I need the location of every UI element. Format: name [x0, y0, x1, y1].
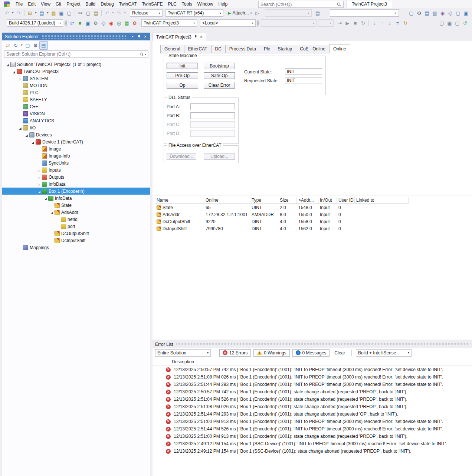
grid-column-header[interactable]: User ID: [337, 197, 355, 204]
bootstrap-button[interactable]: Bootstrap: [204, 63, 235, 69]
tc-window-icon[interactable]: ▣: [84, 19, 92, 27]
editor-tab[interactable]: Process Data: [225, 45, 260, 53]
sync-with-active-icon[interactable]: ⇄: [4, 42, 12, 49]
grid-row[interactable]: AdsAddr 172.28.32.1.2.1:1001 AMSADDR 8.0…: [155, 211, 413, 218]
error-row[interactable]: 12/13/2025 2:49:12 PM 154 ms | 'Box 1 (S…: [153, 440, 472, 447]
menu-item[interactable]: Build: [83, 0, 98, 8]
window-position-icon[interactable]: ▾: [130, 33, 136, 40]
expander-icon[interactable]: [30, 139, 35, 145]
matlab-icon[interactable]: ■: [76, 19, 84, 27]
quick-search-input[interactable]: Search (Ctrl+Q): [258, 1, 344, 8]
error-row[interactable]: 12/13/2025 2:51:08 PM 026 ms | 'Box 1 (E…: [153, 373, 472, 381]
menu-item[interactable]: Git: [53, 0, 64, 8]
grid-row[interactable]: State 65 UINT 2.0 1548.0 Input 0: [155, 204, 413, 211]
menu-item[interactable]: File: [13, 0, 25, 8]
search-scope-icon[interactable]: ◎: [446, 9, 454, 17]
scope-icon[interactable]: ◎: [115, 19, 123, 27]
tree-item[interactable]: Outputs: [2, 173, 150, 181]
safeop-button[interactable]: Safe-Op: [204, 72, 235, 79]
frames-icon-2[interactable]: ▣: [446, 19, 453, 27]
clear-error-button[interactable]: Clear Error: [204, 82, 235, 89]
properties-icon[interactable]: ⚙: [32, 42, 39, 49]
port-status-field[interactable]: [190, 121, 235, 128]
error-scope-combo[interactable]: Entire Solution ▾: [155, 349, 211, 357]
tree-item[interactable]: InfoData: [2, 181, 150, 188]
pending-changes-menu[interactable]: ▾: [20, 42, 24, 49]
platform-combo[interactable]: TwinCAT RT (x64) ▾: [165, 9, 223, 17]
tree-item[interactable]: PLC: [2, 89, 150, 96]
tree-item[interactable]: Devices: [2, 131, 150, 138]
tc-gear-icon[interactable]: ⚙: [92, 19, 99, 27]
menu-item[interactable]: Edit: [25, 0, 38, 8]
undo-menu[interactable]: ▾: [111, 9, 115, 17]
grid-row[interactable]: DcInputShift 7990780 DINT 4.0 1562.0 Inp…: [155, 225, 413, 232]
expander-icon[interactable]: [18, 76, 23, 81]
menu-item[interactable]: Help: [216, 0, 230, 8]
tree-item[interactable]: Device 1 (EtherCAT): [2, 138, 150, 145]
expander-icon[interactable]: [49, 210, 54, 215]
frames-icon-3[interactable]: ▢: [453, 19, 461, 27]
tree-item[interactable]: DcOutputShift: [2, 230, 150, 237]
tree-item[interactable]: VISION: [2, 110, 150, 117]
monitors-icon[interactable]: ▣: [462, 9, 470, 17]
redo-menu[interactable]: ▾: [123, 9, 127, 17]
call-stack-icon[interactable]: ≡: [394, 19, 401, 27]
expander-icon[interactable]: [37, 189, 42, 194]
clear-button[interactable]: Clear: [332, 350, 347, 356]
tree-item[interactable]: Image-Info: [2, 152, 150, 159]
grid-column-header[interactable]: Online: [204, 197, 250, 204]
editor-tab[interactable]: General: [160, 45, 184, 53]
wrench-icon[interactable]: ⚙: [415, 9, 423, 17]
tree-item[interactable]: Inputs: [2, 166, 150, 173]
error-row[interactable]: 12/13/2025 2:51:04 PM 526 ms | 'Box 1 (E…: [153, 396, 472, 403]
nav-back-menu[interactable]: ▾: [11, 9, 15, 17]
active-project-combo[interactable]: TwinCAT Project3 ▾: [141, 19, 197, 27]
tree-item[interactable]: Mappings: [2, 244, 150, 251]
grid-row[interactable]: DcOutputShift 9220 DINT 4.0 1558.0 Input…: [155, 218, 413, 225]
red-gear-icon[interactable]: ⚙: [131, 19, 138, 27]
grid-column-header[interactable]: Linked to: [355, 197, 409, 204]
error-source-combo[interactable]: Build + IntelliSense ▾: [356, 349, 412, 357]
error-row[interactable]: 12/13/2025 2:51:44 PM 293 ms | 'Box 1 (E…: [153, 410, 472, 418]
pin-icon[interactable]: [136, 33, 142, 40]
expander-icon[interactable]: [18, 125, 23, 130]
expander-icon[interactable]: [12, 69, 16, 74]
tree-item[interactable]: InfoData: [2, 195, 150, 202]
init-button[interactable]: Init: [167, 63, 198, 69]
expander-icon[interactable]: [24, 132, 29, 138]
add-item-icon[interactable]: ▤: [38, 9, 46, 17]
error-row[interactable]: 12/13/2025 2:51:00 PM 913 ms | 'Box 1 (E…: [153, 418, 472, 425]
loop-icon[interactable]: ↻: [401, 19, 409, 27]
close-icon[interactable]: ×: [200, 34, 203, 40]
close-icon[interactable]: ×: [142, 33, 148, 40]
user-settings-icon[interactable]: ◉: [439, 9, 446, 17]
tree-item[interactable]: AdsAddr: [2, 209, 150, 216]
add-item-menu[interactable]: ▾: [46, 9, 50, 17]
tree-item[interactable]: Image: [2, 145, 150, 152]
free-run-icon[interactable]: ⇥: [336, 19, 344, 27]
editor-tab[interactable]: CoE - Online: [296, 45, 330, 53]
expander-icon[interactable]: [43, 196, 48, 201]
grid-column-header[interactable]: >Addr...: [297, 197, 318, 204]
new-project-icon[interactable]: ⊞: [26, 9, 34, 17]
error-row[interactable]: 12/13/2025 2:50:57 PM 742 ms | 'Box 1 (E…: [153, 366, 472, 373]
target-system-combo[interactable]: <Local> ▾: [200, 19, 256, 27]
editor-tab[interactable]: Startup: [274, 45, 296, 53]
error-row[interactable]: 12/13/2025 2:50:57 PM 742 ms | 'Box 1 (E…: [153, 388, 472, 396]
pending-changes-icon[interactable]: ↻: [12, 42, 20, 49]
op-button[interactable]: Op: [167, 82, 198, 89]
error-row[interactable]: 12/13/2025 2:51:44 PM 526 ms | 'Box 1 (E…: [153, 425, 472, 433]
menu-item[interactable]: Project: [64, 0, 83, 8]
error-row[interactable]: 12/13/2025 2:51:08 PM 026 ms | 'Box 1 (E…: [153, 403, 472, 410]
tree-item[interactable]: DcInputShift: [2, 237, 150, 244]
new-project-menu[interactable]: ▾: [34, 9, 38, 17]
step-out-icon[interactable]: ↑: [378, 19, 386, 27]
editor-tab[interactable]: Online: [329, 44, 350, 53]
tree-item[interactable]: C++: [2, 103, 150, 110]
paste-icon[interactable]: ▤: [92, 9, 100, 17]
expander-icon[interactable]: [5, 62, 10, 67]
menu-item[interactable]: Tools: [179, 0, 195, 8]
reload-icon[interactable]: ↺: [461, 19, 469, 27]
current-state-value[interactable]: INIT: [285, 68, 322, 75]
pin-icon[interactable]: [194, 34, 197, 40]
